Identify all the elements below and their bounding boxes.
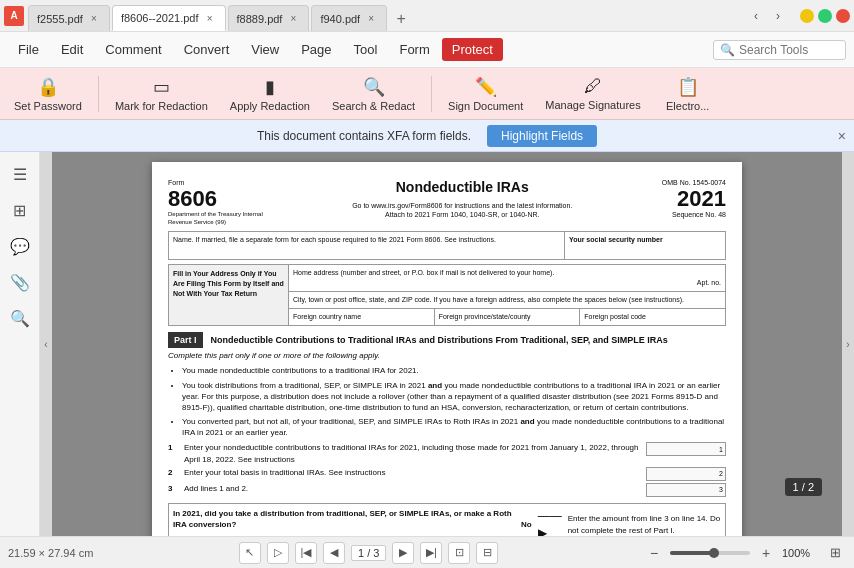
pdf-line-2-box: 2 (646, 467, 726, 481)
set-password-button[interactable]: 🔒 Set Password (4, 70, 92, 118)
left-collapse-handle[interactable]: ‹ (40, 152, 52, 536)
pdf-subtitle1: Go to www.irs.gov/Form8606 for instructi… (275, 201, 650, 211)
notification-text: This document contains XFA form fields. (257, 129, 471, 143)
tab-close[interactable]: × (286, 12, 300, 26)
menu-comment[interactable]: Comment (95, 38, 171, 61)
pdf-question-text: In 2021, did you take a distribution fro… (173, 508, 521, 536)
toolbar-separator-2 (431, 76, 432, 112)
sidebar-item-comments[interactable]: 💬 (6, 232, 34, 260)
tab-close[interactable]: × (364, 12, 378, 26)
tab-label: f940.pdf (320, 13, 360, 25)
first-page-button[interactable]: |◀ (295, 542, 317, 564)
zoom-in-button[interactable]: + (756, 543, 776, 563)
tab-f8889[interactable]: f8889.pdf × (228, 5, 310, 31)
tab-close[interactable]: × (203, 11, 217, 25)
pdf-no-row: No ——▶ Enter the amount from line 3 on l… (521, 508, 721, 536)
fit-page-button[interactable]: ⊡ (448, 542, 470, 564)
app-icon: A (4, 6, 24, 26)
nav-forward-button[interactable]: › (768, 6, 788, 26)
sidebar-item-attachments[interactable]: 📎 (6, 268, 34, 296)
bottom-bar: 21.59 × 27.94 cm ↖ ▷ |◀ ◀ 1 / 3 ▶ ▶| ⊡ ⊟… (0, 536, 854, 568)
sidebar-item-search[interactable]: 🔍 (6, 304, 34, 332)
zoom-slider[interactable] (670, 551, 750, 555)
select-tool-button[interactable]: ▷ (267, 542, 289, 564)
pdf-page: Form 8606 Department of the Treasury Int… (152, 162, 742, 536)
search-redact-button[interactable]: 🔍 Search & Redact (322, 70, 425, 118)
menu-protect[interactable]: Protect (442, 38, 503, 61)
pdf-no-text: Enter the amount from line 3 on line 14.… (568, 513, 721, 535)
menu-bar: File Edit Comment Convert View Page Tool… (0, 32, 854, 68)
pdf-address-fields: Home address (number and street, or P.O.… (289, 265, 725, 324)
highlight-fields-button[interactable]: Highlight Fields (487, 125, 597, 147)
view-mode-button[interactable]: ⊞ (824, 542, 846, 564)
maximize-button[interactable] (818, 9, 832, 23)
fit-width-button[interactable]: ⊟ (476, 542, 498, 564)
mark-redaction-button[interactable]: ▭ Mark for Redaction (105, 70, 218, 118)
manage-signatures-button[interactable]: 🖊 Manage Signatures (535, 70, 650, 118)
pdf-line-3: 3 Add lines 1 and 2. 3 (168, 483, 726, 497)
minimize-button[interactable] (800, 9, 814, 23)
prev-page-button[interactable]: ◀ (323, 542, 345, 564)
nav-back-button[interactable]: ‹ (746, 6, 766, 26)
bullet-2: You took distributions from a traditiona… (182, 380, 726, 414)
pdf-question-box: In 2021, did you take a distribution fro… (168, 503, 726, 536)
pdf-address-instructions: Fill in Your Address Only if You Are Fil… (169, 265, 289, 324)
menu-file[interactable]: File (8, 38, 49, 61)
document-dimensions: 21.59 × 27.94 cm (8, 547, 93, 559)
part1-label: Part I (168, 332, 203, 349)
tab-close[interactable]: × (87, 12, 101, 26)
zoom-out-button[interactable]: − (644, 543, 664, 563)
tab-f2555[interactable]: f2555.pdf × (28, 5, 110, 31)
menu-view[interactable]: View (241, 38, 289, 61)
pdf-subtitle2: Attach to 2021 Form 1040, 1040-SR, or 10… (275, 210, 650, 220)
bullet-3: You converted part, but not all, of your… (182, 416, 726, 438)
electronic-icon: 📋 (677, 76, 699, 98)
apply-redaction-button[interactable]: ▮ Apply Redaction (220, 70, 320, 118)
tab-label: f8889.pdf (237, 13, 283, 25)
pdf-name-row: Name. If married, file a separate form f… (168, 231, 726, 261)
close-button[interactable] (836, 9, 850, 23)
electronic-button[interactable]: 📋 Electro... (653, 70, 723, 118)
zoom-slider-thumb[interactable] (709, 548, 719, 558)
pdf-seq-label: Sequence No. 48 (662, 210, 726, 220)
menu-page[interactable]: Page (291, 38, 341, 61)
search-tools-input[interactable] (739, 43, 839, 57)
pdf-foreign-postal: Foreign postal code (580, 309, 725, 325)
protect-toolbar: 🔒 Set Password ▭ Mark for Redaction ▮ Ap… (0, 68, 854, 120)
pdf-name-label: Name. If married, file a separate form f… (173, 235, 560, 245)
sidebar-item-pages[interactable]: ⊞ (6, 196, 34, 224)
zoom-level: 100% (782, 547, 818, 559)
cursor-tool-button[interactable]: ↖ (239, 542, 261, 564)
content-area: Form 8606 Department of the Treasury Int… (52, 152, 842, 536)
new-tab-button[interactable]: + (389, 7, 413, 31)
pdf-viewport[interactable]: Form 8606 Department of the Treasury Int… (52, 152, 842, 536)
nav-buttons: ‹ › (746, 6, 788, 26)
zoom-slider-fill (670, 551, 714, 555)
pdf-line-3-box: 3 (646, 483, 726, 497)
sidebar-item-menu[interactable]: ☰ (6, 160, 34, 188)
pdf-no-label: No (521, 519, 532, 530)
sign-document-button[interactable]: ✏️ Sign Document (438, 70, 533, 118)
tab-f940[interactable]: f940.pdf × (311, 5, 387, 31)
pdf-dept1: Department of the Treasury Internal (168, 210, 263, 218)
search-redact-icon: 🔍 (363, 76, 385, 98)
right-collapse-handle[interactable]: › (842, 152, 854, 536)
pdf-ssn-cell: Your social security number (565, 232, 725, 260)
notification-close-button[interactable]: × (838, 128, 846, 144)
menu-edit[interactable]: Edit (51, 38, 93, 61)
menu-convert[interactable]: Convert (174, 38, 240, 61)
sign-icon: ✏️ (475, 76, 497, 98)
next-page-button[interactable]: ▶ (392, 542, 414, 564)
part1-title: Nondeductible Contributions to Tradition… (211, 334, 668, 347)
bullet-1: You made nondeductible contributions to … (182, 365, 726, 376)
tab-label: f2555.pdf (37, 13, 83, 25)
menu-tool[interactable]: Tool (344, 38, 388, 61)
menu-form[interactable]: Form (389, 38, 439, 61)
search-tools[interactable]: 🔍 (713, 40, 846, 60)
sign-document-label: Sign Document (448, 100, 523, 112)
pdf-home-address: Home address (number and street, or P.O.… (289, 265, 725, 292)
last-page-button[interactable]: ▶| (420, 542, 442, 564)
tab-f8606[interactable]: f8606--2021.pdf × (112, 5, 226, 31)
search-redact-label: Search & Redact (332, 100, 415, 112)
pdf-question-answers: No ——▶ Enter the amount from line 3 on l… (521, 508, 721, 536)
